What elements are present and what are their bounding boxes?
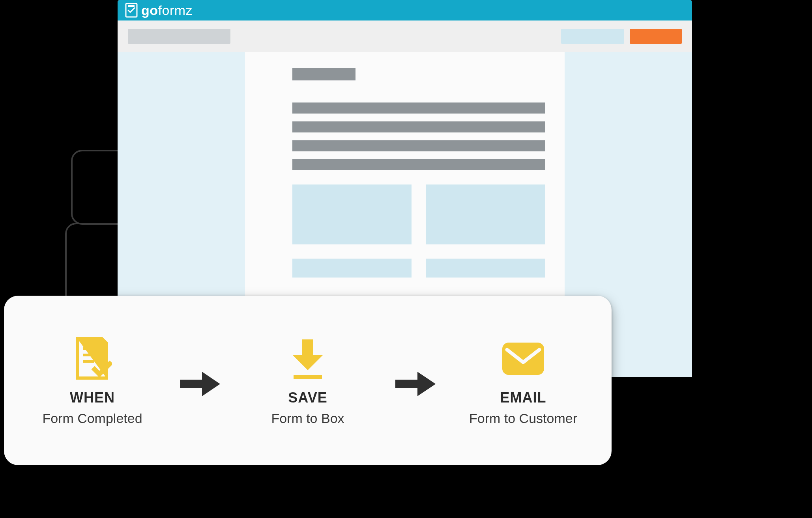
mail-icon <box>501 335 545 382</box>
svg-rect-4 <box>294 375 322 379</box>
doc-tile-placeholder <box>426 259 545 278</box>
step-title: SAVE <box>288 389 327 406</box>
step-title: WHEN <box>70 389 115 406</box>
form-check-icon <box>73 335 112 382</box>
doc-tile-placeholder <box>292 259 412 278</box>
workflow-step-email: EMAIL Form to Customer <box>464 335 582 426</box>
toolbar-secondary-button[interactable] <box>561 29 624 44</box>
svg-rect-3 <box>83 360 94 363</box>
brand-logo: goformz <box>125 2 193 18</box>
doc-heading-placeholder <box>292 68 355 80</box>
doc-line-placeholder <box>292 140 545 151</box>
workflow-card: WHEN Form Completed SAVE Form to Box EMA… <box>4 296 612 465</box>
form-icon <box>125 2 138 18</box>
toolbar-title-placeholder <box>128 29 230 44</box>
svg-rect-1 <box>83 347 99 350</box>
svg-rect-5 <box>502 343 544 375</box>
doc-tile-placeholder <box>292 184 412 244</box>
doc-tile-placeholder <box>426 184 545 244</box>
doc-line-placeholder <box>292 159 545 170</box>
step-subtitle: Form Completed <box>42 411 142 426</box>
title-bar: goformz <box>118 0 692 20</box>
step-title: EMAIL <box>500 389 546 406</box>
svg-rect-2 <box>83 354 99 356</box>
workflow-step-when: WHEN Form Completed <box>33 335 152 426</box>
download-icon <box>288 335 327 382</box>
arrow-right-icon <box>178 370 222 398</box>
workflow-step-save: SAVE Form to Box <box>249 335 367 426</box>
step-subtitle: Form to Box <box>271 411 344 426</box>
step-subtitle: Form to Customer <box>469 411 577 426</box>
doc-line-placeholder <box>292 121 545 132</box>
toolbar-primary-button[interactable] <box>630 29 682 44</box>
toolbar <box>118 20 692 52</box>
arrow-right-icon <box>394 370 437 398</box>
doc-line-placeholder <box>292 102 545 114</box>
brand-text: goformz <box>141 3 193 18</box>
